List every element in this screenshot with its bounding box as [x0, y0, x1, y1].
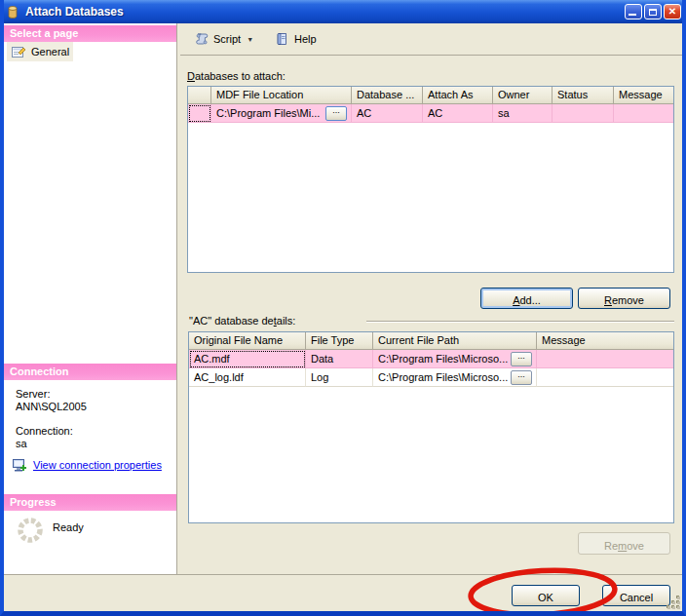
sidebar-item-general[interactable]: General [7, 42, 73, 61]
mdf-location-cell[interactable]: C:\Program Files\Mi... ... [211, 104, 352, 123]
help-button[interactable]: Help [269, 27, 326, 51]
attach-grid-header-row: MDF File Location Database ... Attach As… [188, 87, 673, 104]
maximize-button[interactable] [644, 4, 662, 19]
script-button-label: Script [213, 33, 241, 45]
details-grid-row-ldf[interactable]: AC_log.ldf Log C:\Program Files\Microso.… [189, 368, 673, 387]
remove-button[interactable]: Remove [578, 288, 670, 309]
col-header-current-file-path[interactable]: Current File Path [373, 332, 537, 350]
add-button[interactable]: Add... [480, 288, 573, 309]
row-selector-cell[interactable] [188, 104, 211, 123]
view-connection-properties-row: View connection properties [12, 457, 162, 473]
database-details-grid: Original File Name File Type Current Fil… [188, 331, 674, 523]
view-connection-properties-link[interactable]: View connection properties [33, 459, 162, 471]
col-header-original-file-name[interactable]: Original File Name [189, 332, 306, 350]
ok-button[interactable]: OK [512, 585, 580, 606]
server-value: ANN\SQL2005 [16, 401, 87, 412]
message-cell[interactable] [614, 104, 673, 123]
help-button-label: Help [294, 33, 317, 45]
general-page-icon [11, 44, 26, 59]
status-cell[interactable] [553, 104, 614, 123]
cancel-button[interactable]: Cancel [602, 585, 670, 606]
monitor-plus-icon [12, 457, 27, 473]
minimize-button[interactable] [625, 4, 642, 19]
resize-grip[interactable] [667, 597, 680, 609]
close-icon: ✕ [668, 7, 676, 17]
maximize-icon [649, 9, 657, 16]
details-message-cell[interactable] [537, 350, 673, 368]
file-type-cell[interactable]: Data [306, 350, 373, 368]
connection-value: sa [16, 438, 27, 449]
browse-path-button[interactable]: ... [511, 352, 532, 366]
col-header-details-message[interactable]: Message [537, 332, 673, 350]
sidebar-item-label: General [31, 46, 69, 58]
script-button[interactable]: Script ▼ [188, 27, 259, 51]
progress-spinner-icon [16, 516, 45, 545]
col-header-mdf-location[interactable]: MDF File Location [211, 87, 352, 104]
footer-bar: OK Cancel [4, 574, 682, 611]
mdf-location-text: C:\Program Files\Mi... [216, 107, 320, 119]
original-file-name-cell[interactable]: AC.mdf [189, 350, 306, 368]
col-header-message[interactable]: Message [614, 87, 673, 104]
current-file-path-cell[interactable]: C:\Program Files\Microso... ... [373, 350, 537, 368]
attach-grid-row[interactable]: C:\Program Files\Mi... ... AC AC sa [188, 104, 673, 123]
details-grid-header-row: Original File Name File Type Current Fil… [189, 332, 673, 350]
databases-to-attach-label: Databases to attach: [187, 70, 286, 82]
database-details-label: "AC" database details: [189, 315, 295, 327]
col-header-row-selector[interactable] [188, 87, 211, 104]
col-header-database[interactable]: Database ... [352, 87, 423, 104]
server-label: Server: [16, 388, 50, 400]
window-title: Attach Databases [25, 5, 623, 19]
group-separator-line [366, 321, 674, 323]
sidebar: Select a page General Connection Server:… [4, 23, 177, 574]
attach-databases-dialog: Attach Databases ✕ Select a page General… [0, 0, 686, 616]
current-file-path-cell[interactable]: C:\Program Files\Microso... ... [373, 368, 537, 387]
script-dropdown-icon[interactable]: ▼ [247, 36, 253, 43]
progress-status-row: Ready [16, 516, 84, 545]
browse-mdf-button[interactable]: ... [325, 106, 347, 121]
progress-status-text: Ready [53, 521, 84, 533]
progress-header: Progress [4, 494, 176, 511]
col-header-status[interactable]: Status [553, 87, 614, 104]
browse-path-button[interactable]: ... [511, 370, 532, 385]
titlebar[interactable]: Attach Databases ✕ [0, 0, 686, 23]
col-header-file-type[interactable]: File Type [306, 332, 373, 350]
database-name-cell[interactable]: AC [352, 104, 423, 123]
details-grid-row-mdf[interactable]: AC.mdf Data C:\Program Files\Microso... … [189, 350, 673, 368]
original-file-name-cell[interactable]: AC_log.ldf [189, 368, 306, 387]
select-page-header: Select a page [4, 25, 176, 42]
col-header-owner[interactable]: Owner [493, 87, 553, 104]
minimize-icon [629, 14, 636, 16]
file-path-text: C:\Program Files\Microso... [378, 353, 508, 365]
remove-details-button[interactable]: Remove [578, 532, 670, 555]
help-icon [275, 31, 290, 47]
toolbar: Script ▼ Help [180, 23, 685, 56]
database-icon [5, 4, 20, 19]
owner-cell[interactable]: sa [493, 104, 553, 123]
connection-header: Connection [4, 364, 176, 380]
connection-label: Connection: [16, 425, 73, 437]
details-message-cell[interactable] [537, 368, 673, 387]
file-path-text: C:\Program Files\Microso... [378, 371, 508, 383]
attach-databases-grid: MDF File Location Database ... Attach As… [187, 86, 674, 273]
attach-as-cell[interactable]: AC [423, 104, 493, 123]
col-header-attach-as[interactable]: Attach As [423, 87, 493, 104]
file-type-cell[interactable]: Log [306, 368, 373, 387]
close-button[interactable]: ✕ [664, 4, 681, 19]
script-icon [194, 31, 210, 47]
